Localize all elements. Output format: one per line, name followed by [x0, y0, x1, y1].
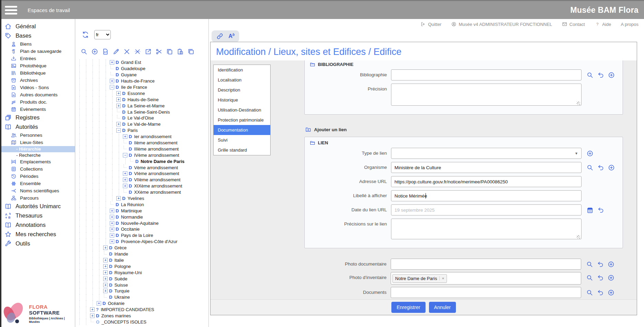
- sidebar-item-archives[interactable]: Archives: [0, 77, 75, 84]
- undo-icon[interactable]: [597, 274, 604, 281]
- tab-protection-patrimoniale[interactable]: Protection patrimoniale: [214, 115, 270, 125]
- add-icon[interactable]: [607, 274, 615, 281]
- tree-node-grand-est[interactable]: +DGrand Est: [75, 59, 208, 66]
- tree-node-guadeloupe[interactable]: DGuadeloupe: [75, 66, 208, 72]
- delete-all-icon[interactable]: [134, 48, 141, 55]
- sidebar-item-lieux-sites[interactable]: Lieux-Sites: [0, 139, 75, 146]
- expander-plus-icon[interactable]: +: [110, 239, 114, 244]
- tree-node-le-val-de-marne[interactable]: +DLe Val-de-Marne: [75, 121, 208, 127]
- field-input-adresse-url[interactable]: [391, 176, 582, 187]
- tree-node-zones-marines[interactable]: +DZones marines: [75, 313, 208, 319]
- sidebar-item-entrees[interactable]: Entrées: [0, 55, 75, 62]
- tree-node-vieme-arrondissement[interactable]: +DVIème arrondissement: [75, 171, 208, 177]
- expander-plus-icon[interactable]: +: [123, 171, 127, 176]
- tree-node-suede[interactable]: +DSuède: [75, 276, 208, 282]
- expander-plus-icon[interactable]: +: [116, 196, 121, 201]
- expander-plus-icon[interactable]: +: [110, 215, 114, 219]
- tree-node-nouvelle-aquitaine[interactable]: +DNouvelle-Aquitaine: [75, 220, 208, 226]
- expander-plus-icon[interactable]: +: [103, 289, 108, 293]
- tree-node-grece[interactable]: +DGrèce: [75, 245, 208, 251]
- tree-node-ile-de-france[interactable]: −DIle de France: [75, 84, 208, 90]
- tree-node-irlande[interactable]: DIrlande: [75, 251, 208, 257]
- search-icon[interactable]: [586, 71, 594, 79]
- save-button[interactable]: Enregistrer: [391, 302, 425, 313]
- sidebar-item-general[interactable]: Général: [0, 22, 75, 31]
- sidebar-item-outils[interactable]: Outils: [0, 239, 75, 248]
- sidebar-item-emplacements[interactable]: Emplacements: [0, 158, 75, 165]
- link-icon[interactable]: [216, 32, 224, 40]
- tree-node-le-val-d-oise[interactable]: DLe Val-d'Oise: [75, 115, 208, 121]
- expander-plus-icon[interactable]: +: [116, 104, 121, 108]
- tree-node-yvelines[interactable]: +DYvelines: [75, 195, 208, 202]
- tree-node-occitanie[interactable]: +DOccitanie: [75, 226, 208, 232]
- sidebar-item-recherche[interactable]: - Recherche: [0, 152, 75, 158]
- expander-minus-icon[interactable]: −: [123, 153, 127, 157]
- field-textarea-precision[interactable]: [391, 84, 582, 106]
- tree-node-hauts-de-seine[interactable]: +DHauts-de-Seine: [75, 96, 208, 103]
- sidebar-item-bibliotheque[interactable]: Bibliothèque: [0, 69, 75, 77]
- tree-node-oceanie[interactable]: +DOcéanie: [75, 300, 208, 307]
- add-record-icon[interactable]: [91, 48, 98, 55]
- sidebar-item-biens[interactable]: Biens: [0, 40, 75, 48]
- expander-plus-icon[interactable]: +: [123, 184, 127, 188]
- undo-icon[interactable]: [597, 164, 604, 171]
- tab-description[interactable]: Description: [214, 85, 270, 95]
- expander-plus-icon[interactable]: +: [110, 60, 114, 65]
- cancel-button[interactable]: Annuler: [429, 302, 456, 313]
- sidebar-item-noms-scientifiques[interactable]: Noms scientifiques: [0, 187, 75, 194]
- search-icon[interactable]: [586, 164, 594, 171]
- field-textarea-precisions-sur-le-lien[interactable]: [391, 219, 582, 239]
- expander-plus-icon[interactable]: +: [103, 277, 108, 281]
- expander-plus-icon[interactable]: +: [103, 246, 108, 250]
- remove-chip-icon[interactable]: ×: [439, 276, 444, 280]
- expander-plus-icon[interactable]: +: [103, 283, 108, 287]
- tree-node-essonne[interactable]: +DEssonne: [75, 90, 208, 96]
- tree-node-ukraine[interactable]: DUkraine: [75, 294, 208, 300]
- add-icon[interactable]: [608, 164, 615, 171]
- search-icon[interactable]: [80, 48, 88, 55]
- field-input-libelle-a-afficher[interactable]: [391, 190, 582, 201]
- sidebar-item-periodes[interactable]: Périodes: [0, 173, 75, 180]
- sidebar-item-hierarchie[interactable]: - Hiérarchie: [0, 146, 75, 152]
- expander-minus-icon[interactable]: −: [116, 128, 121, 133]
- tree-node-la-seine-saint-denis[interactable]: DLa Seine-Saint-Denis: [75, 109, 208, 115]
- expander-plus-icon[interactable]: +: [110, 79, 114, 83]
- undo-icon[interactable]: [597, 206, 604, 214]
- sidebar-item-phototheque[interactable]: Photothèque: [0, 62, 75, 69]
- alt-label-icon[interactable]: Ab: [228, 33, 235, 39]
- tab-utilisation-destination[interactable]: Utilisation-Destination: [214, 105, 270, 115]
- field-select-type-de-lien[interactable]: [391, 148, 582, 159]
- tree-node-italie[interactable]: +DItalie: [75, 257, 208, 263]
- tree-node-iieme-arrondissement[interactable]: DIIème arrondissement: [75, 140, 208, 146]
- tree-node-iiieme-arrondissement[interactable]: DIIIème arrondissement: [75, 146, 208, 152]
- header-link-contact[interactable]: Contact: [562, 21, 585, 27]
- search-icon[interactable]: [586, 289, 593, 296]
- sidebar-item-videos-sons[interactable]: Vidéos - Sons: [0, 84, 75, 91]
- expander-plus-icon[interactable]: +: [116, 97, 121, 102]
- sidebar-item-annotations[interactable]: Annotations: [0, 220, 75, 230]
- sidebar-item-collections[interactable]: Collections: [0, 165, 75, 173]
- sidebar-item-ensemble[interactable]: Ensemble: [0, 180, 75, 187]
- expander-plus-icon[interactable]: +: [103, 270, 108, 275]
- sidebar-item-bases[interactable]: Bases: [0, 31, 75, 40]
- tree-node-pologne[interactable]: +DPologne: [75, 263, 208, 269]
- sidebar-item-produits-doc[interactable]: Produits doc.: [0, 98, 75, 106]
- sidebar-item-autorites-unimarc[interactable]: Autorités Unimarc: [0, 202, 75, 211]
- delete-icon[interactable]: [123, 48, 130, 55]
- header-link-aide[interactable]: ?Aide: [595, 21, 611, 27]
- field-input-organisme[interactable]: [391, 162, 582, 173]
- tree-node-guyane[interactable]: DGuyane: [75, 72, 208, 78]
- undo-icon[interactable]: [597, 289, 604, 296]
- expander-plus-icon[interactable]: +: [110, 233, 114, 238]
- tree-node-pays-de-la-loire[interactable]: +DPays de la Loire: [75, 232, 208, 239]
- tree-node-turquie[interactable]: +DTurquie: [75, 288, 208, 294]
- sidebar-item-parcours[interactable]: Parcours: [0, 194, 75, 202]
- sidebar-item-mes-recherches[interactable]: Mes recherches: [0, 230, 75, 239]
- tree-node-xxeme-arrondissement[interactable]: DXXème arrondissement: [75, 189, 208, 195]
- tree-node-hauts-de-france[interactable]: +DHauts-de-France: [75, 78, 208, 84]
- tree-node-paris[interactable]: −DParis: [75, 127, 208, 134]
- calendar-icon[interactable]: [586, 206, 594, 214]
- copy-icon[interactable]: [166, 48, 173, 55]
- add-icon[interactable]: [607, 289, 615, 296]
- tree-node-notre-dame-de-paris[interactable]: DNotre Dame de Paris: [75, 158, 208, 164]
